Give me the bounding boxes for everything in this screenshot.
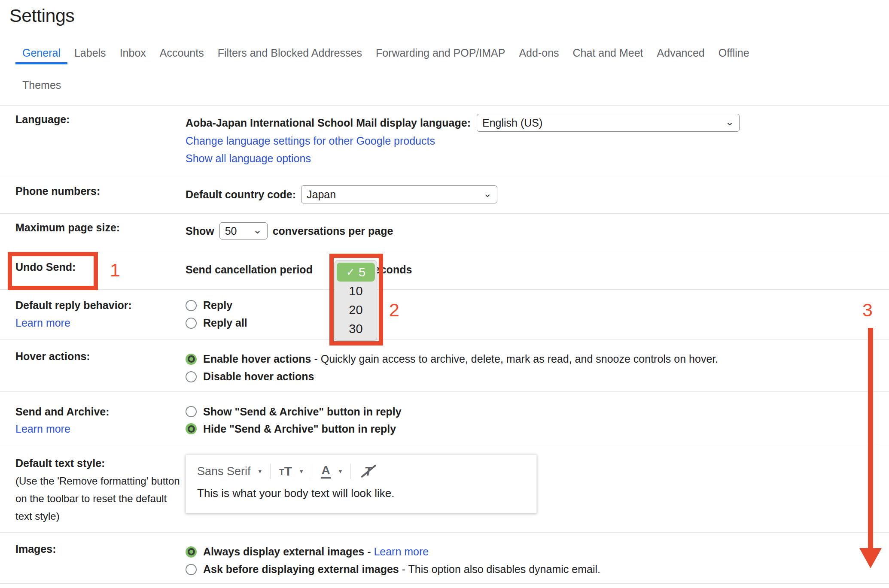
tab-inbox[interactable]: Inbox <box>113 43 153 64</box>
ask-before-images-label[interactable]: Ask before displaying external images <box>203 563 399 575</box>
caret-down-icon: ▾ <box>300 467 303 475</box>
row-send-and-archive: Send and Archive: Learn more Show "Send … <box>0 392 889 444</box>
hide-send-archive-label[interactable]: Hide "Send & Archive" button in reply <box>203 423 396 435</box>
tab-general[interactable]: General <box>15 43 67 64</box>
toolbar-divider <box>350 464 351 479</box>
text-size-icon: T <box>279 467 284 478</box>
tab-accounts[interactable]: Accounts <box>153 43 211 64</box>
row-phone-numbers: Phone numbers: Default country code: Jap… <box>0 177 889 214</box>
row-hover-actions: Hover actions: Enable hover actions - Qu… <box>0 340 889 392</box>
language-row-label: Language: <box>15 106 186 126</box>
row-default-reply-behavior: Default reply behavior: Learn more Reply… <box>0 290 889 340</box>
row-default-text-style: Default text style: (Use the 'Remove for… <box>0 444 889 533</box>
always-display-images-label[interactable]: Always display external images <box>203 546 364 558</box>
annotation-box-dropdown <box>329 254 383 346</box>
max-page-size-label: Maximum page size: <box>15 214 186 234</box>
reply-radio[interactable] <box>186 300 197 311</box>
gmail-settings-page: Settings General Labels Inbox Accounts F… <box>0 0 889 588</box>
disable-hover-actions-label[interactable]: Disable hover actions <box>203 370 314 383</box>
page-size-select[interactable]: 50 ⌄ <box>219 222 268 239</box>
hide-send-archive-radio[interactable] <box>186 423 197 434</box>
reply-behavior-learn-more-link[interactable]: Learn more <box>15 314 186 332</box>
font-family-button[interactable]: Sans Serif <box>197 465 251 478</box>
page-title: Settings <box>9 5 889 26</box>
tab-chat-meet[interactable]: Chat and Meet <box>566 43 650 64</box>
chevron-down-icon: ⌄ <box>483 188 492 200</box>
row-images: Images: Always display external images -… <box>0 533 889 584</box>
caret-down-icon: ▾ <box>259 467 262 475</box>
chevron-down-icon: ⌄ <box>253 224 262 236</box>
cancellation-period-label: Send cancellation period <box>186 264 313 276</box>
tab-filters[interactable]: Filters and Blocked Addresses <box>211 43 369 64</box>
annotation-number-1: 1 <box>110 260 120 281</box>
images-label: Images: <box>15 533 186 555</box>
country-code-select[interactable]: Japan ⌄ <box>301 185 497 203</box>
send-archive-learn-more-link[interactable]: Learn more <box>15 420 186 438</box>
reply-option-label[interactable]: Reply <box>203 299 232 312</box>
conversations-per-page-label: conversations per page <box>273 225 393 237</box>
images-learn-more-link[interactable]: Learn more <box>374 546 429 558</box>
toolbar-divider <box>312 464 312 479</box>
tab-addons[interactable]: Add-ons <box>512 43 566 64</box>
text-color-button[interactable]: A <box>321 464 331 479</box>
remove-formatting-button[interactable]: T <box>359 463 377 480</box>
tab-labels[interactable]: Labels <box>67 43 113 64</box>
tab-offline[interactable]: Offline <box>712 43 756 64</box>
caret-down-icon: ▾ <box>339 467 342 475</box>
enable-hover-actions-label[interactable]: Enable hover actions <box>203 353 311 365</box>
toolbar-divider <box>270 464 271 479</box>
row-max-page-size: Maximum page size: Show 50 ⌄ conversatio… <box>0 214 889 253</box>
body-text-preview: This is what your body text will look li… <box>197 487 525 500</box>
tab-forwarding[interactable]: Forwarding and POP/IMAP <box>369 43 512 64</box>
ask-before-images-radio[interactable] <box>186 564 197 575</box>
phone-row-label: Phone numbers: <box>15 177 186 197</box>
row-language: Language: Aoba-Japan International Schoo… <box>0 106 889 177</box>
reply-all-radio[interactable] <box>186 318 197 329</box>
disable-hover-actions-radio[interactable] <box>186 371 197 382</box>
display-language-select[interactable]: English (US) ⌄ <box>477 114 740 132</box>
show-label: Show <box>186 225 214 237</box>
page-size-value: 50 <box>225 225 237 237</box>
settings-header: Settings General Labels Inbox Accounts F… <box>0 0 889 106</box>
show-all-languages-link[interactable]: Show all language options <box>186 150 872 167</box>
text-style-label: Default text style: <box>15 455 186 472</box>
text-style-note-line2: on the toolbar to reset the default <box>15 490 186 507</box>
remove-formatting-icon: T <box>364 464 372 479</box>
show-send-archive-label[interactable]: Show "Send & Archive" button in reply <box>203 406 402 418</box>
annotation-number-2: 2 <box>389 300 399 321</box>
tab-advanced[interactable]: Advanced <box>650 43 712 64</box>
chevron-down-icon: ⌄ <box>725 116 734 128</box>
text-style-note-line1: (Use the 'Remove formatting' button <box>15 472 186 490</box>
country-code-value: Japan <box>307 188 336 201</box>
show-send-archive-radio[interactable] <box>186 406 197 417</box>
enable-hover-actions-desc: - Quickly gain access to archive, delete… <box>311 353 718 365</box>
tab-themes[interactable]: Themes <box>15 76 68 97</box>
country-code-label: Default country code: <box>186 188 296 201</box>
display-language-label: Aoba-Japan International School Mail dis… <box>186 117 471 129</box>
annotation-arrow-down <box>868 328 873 549</box>
hover-actions-label: Hover actions: <box>15 340 186 363</box>
enable-hover-actions-radio[interactable] <box>186 354 197 365</box>
always-display-images-radio[interactable] <box>186 546 197 558</box>
display-language-value: English (US) <box>482 117 542 129</box>
text-style-note-line3: text style) <box>15 507 186 525</box>
send-archive-label: Send and Archive: <box>15 403 186 420</box>
text-style-toolbar: Sans Serif ▾ T T ▾ A ▾ T <box>197 462 525 481</box>
settings-tab-bar-row2: Themes <box>15 76 889 97</box>
annotation-arrow-head <box>859 548 882 568</box>
text-color-icon: A <box>321 464 331 479</box>
row-undo-send: Undo Send: Send cancellation period seco… <box>0 253 889 290</box>
ask-before-images-desc: - This option also disables dynamic emai… <box>399 563 600 575</box>
reply-all-option-label[interactable]: Reply all <box>203 317 247 329</box>
annotation-box-undo-send <box>8 252 98 290</box>
settings-tab-bar: General Labels Inbox Accounts Filters an… <box>15 43 889 64</box>
text-size-button[interactable]: T T <box>279 465 292 478</box>
change-language-link[interactable]: Change language settings for other Googl… <box>186 132 872 150</box>
text-style-editor-panel: Sans Serif ▾ T T ▾ A ▾ T <box>186 455 537 513</box>
reply-behavior-label: Default reply behavior: <box>15 297 186 314</box>
annotation-number-3: 3 <box>862 300 873 321</box>
